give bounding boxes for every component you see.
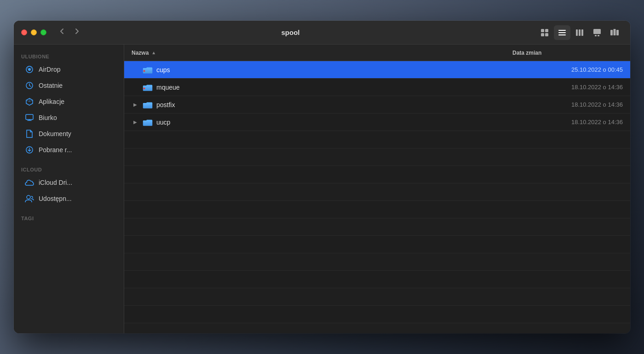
svg-point-21 <box>27 195 30 199</box>
titlebar: spool <box>14 21 630 45</box>
sidebar-label-dokumenty: Dokumenty <box>39 130 71 137</box>
traffic-lights <box>21 29 46 35</box>
file-date-uucp: 18.10.2022 o 14:36 <box>512 119 623 126</box>
list-view-button[interactable] <box>554 25 570 40</box>
sidebar-label-aplikacje: Aplikacje <box>39 98 64 105</box>
sort-arrow-icon: ▲ <box>151 50 156 55</box>
svg-point-24 <box>144 70 145 72</box>
col-date-header[interactable]: Data zmian <box>512 50 623 56</box>
close-button[interactable] <box>21 29 27 35</box>
main-content: Ulubione AirDrop <box>14 45 630 333</box>
column-header: Nazwa ▲ Data zmian <box>124 45 630 61</box>
svg-rect-11 <box>595 35 597 36</box>
table-row[interactable]: ▶ uucp <box>124 114 630 131</box>
svg-rect-31 <box>143 120 152 126</box>
empty-row <box>124 306 630 323</box>
file-name-cups: cups <box>156 66 170 74</box>
svg-rect-9 <box>581 29 583 36</box>
minimize-button[interactable] <box>31 29 37 35</box>
file-name-postfix: postfix <box>156 101 175 108</box>
empty-row <box>124 253 630 271</box>
svg-rect-4 <box>558 30 566 31</box>
gallery-view-button[interactable] <box>589 25 605 40</box>
svg-rect-7 <box>576 29 578 36</box>
file-name-mqueue: mqueue <box>156 84 180 91</box>
sidebar-label-ostatnie: Ostatnie <box>39 82 63 89</box>
sidebar-section-icloud: iCloud <box>14 163 124 174</box>
sidebar-item-udostepnione[interactable]: Udostępn... <box>17 191 120 206</box>
svg-rect-14 <box>614 29 616 35</box>
view-buttons <box>536 25 623 40</box>
empty-row <box>124 148 630 166</box>
svg-rect-13 <box>610 30 613 35</box>
col-date-label: Data zmian <box>512 50 541 56</box>
svg-point-17 <box>28 68 31 71</box>
clock-icon <box>25 81 34 90</box>
download-icon <box>25 145 34 154</box>
table-row[interactable]: cups 25.10.2022 o 00:45 <box>124 61 630 79</box>
sidebar-item-aplikacje[interactable]: Aplikacje <box>17 94 120 109</box>
empty-row <box>124 236 630 253</box>
column-view-button[interactable] <box>571 25 588 40</box>
sidebar-label-biurko: Biurko <box>39 114 57 121</box>
empty-row <box>124 218 630 236</box>
sidebar-item-dokumenty[interactable]: Dokumenty <box>17 126 120 142</box>
sidebar-section-ulubione: Ulubione <box>14 50 124 61</box>
svg-rect-1 <box>545 29 548 32</box>
sidebar-item-pobrane[interactable]: Pobrane r... <box>17 142 120 158</box>
sidebar-label-udostepnione: Udostępn... <box>39 195 72 202</box>
svg-rect-5 <box>558 32 566 33</box>
empty-row <box>124 288 630 306</box>
col-name-label: Nazwa <box>132 50 149 56</box>
file-name-uucp: uucp <box>156 119 170 126</box>
empty-row <box>124 323 630 333</box>
empty-row <box>124 131 630 148</box>
file-row-name-mqueue: mqueue <box>132 83 512 91</box>
icon-view-button[interactable] <box>536 25 553 40</box>
svg-rect-3 <box>545 33 548 36</box>
svg-rect-19 <box>26 114 33 120</box>
empty-row <box>124 166 630 183</box>
table-row[interactable]: ▶ postfix <box>124 96 630 114</box>
svg-rect-12 <box>598 35 599 36</box>
file-row-name-cups: cups <box>132 66 512 74</box>
sidebar-item-ostatnie[interactable]: Ostatnie <box>17 78 120 93</box>
svg-rect-8 <box>579 29 581 36</box>
shared-icon <box>25 194 34 203</box>
folder-icon-postfix <box>143 101 153 109</box>
folder-icon-mqueue <box>143 83 153 91</box>
svg-rect-6 <box>558 34 566 35</box>
table-row[interactable]: mqueue 18.10.2022 o 14:36 <box>124 79 630 96</box>
sidebar-label-icloud-drive: iCloud Dri... <box>39 179 72 186</box>
apps-icon <box>25 97 34 106</box>
sidebar-item-airdrop[interactable]: AirDrop <box>17 62 120 77</box>
sidebar-item-icloud-drive[interactable]: iCloud Dri... <box>17 175 120 190</box>
coverflow-view-button[interactable] <box>606 25 623 40</box>
file-date-mqueue: 18.10.2022 o 14:36 <box>512 84 623 91</box>
col-name-header[interactable]: Nazwa ▲ <box>132 50 512 56</box>
sidebar-label-pobrane: Pobrane r... <box>39 146 72 154</box>
file-date-postfix: 18.10.2022 o 14:36 <box>512 101 623 108</box>
airdrop-icon <box>25 65 34 74</box>
empty-row <box>124 201 630 218</box>
folder-icon-cups <box>143 66 153 74</box>
folder-icon-uucp <box>143 118 153 126</box>
icloud-icon <box>25 178 34 187</box>
svg-rect-10 <box>593 29 601 34</box>
document-icon <box>25 129 34 138</box>
empty-row <box>124 183 630 201</box>
expand-arrow <box>132 84 139 91</box>
svg-point-27 <box>144 87 145 89</box>
sidebar-item-biurko[interactable]: Biurko <box>17 110 120 126</box>
file-row-name-uucp: ▶ uucp <box>132 118 512 126</box>
expand-arrow-postfix: ▶ <box>132 101 139 108</box>
svg-rect-15 <box>616 30 619 35</box>
file-date-cups: 25.10.2022 o 00:45 <box>512 66 623 73</box>
expand-arrow-uucp: ▶ <box>132 119 139 126</box>
file-row-name-postfix: ▶ postfix <box>132 101 512 109</box>
sidebar-section-tagi: Tagi <box>14 212 124 223</box>
file-list: cups 25.10.2022 o 00:45 <box>124 61 630 333</box>
finder-window: spool <box>14 21 630 333</box>
sidebar-label-airdrop: AirDrop <box>39 66 60 73</box>
expand-arrow <box>132 66 139 74</box>
